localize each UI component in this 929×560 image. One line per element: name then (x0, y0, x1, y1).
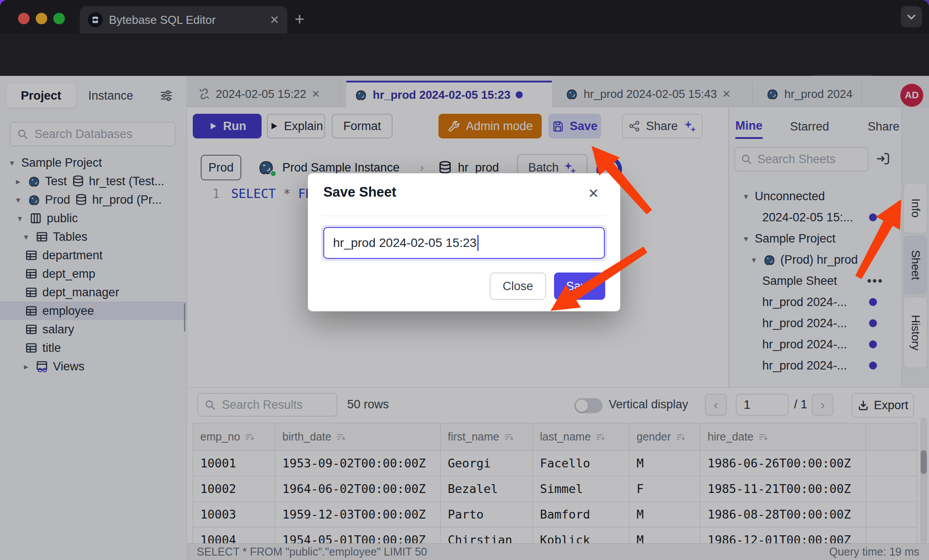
next-page-button[interactable]: › (812, 394, 834, 416)
rail-tab-sheet[interactable]: Sheet (903, 236, 927, 294)
close-tab-icon[interactable]: ✕ (311, 88, 320, 100)
caret-down-icon[interactable]: ▾ (13, 195, 23, 205)
column-header-birth_date[interactable]: birth_date (275, 423, 441, 451)
results-search-box[interactable] (197, 393, 337, 417)
sort-icon[interactable] (336, 432, 346, 442)
vertical-display-toggle[interactable] (574, 398, 603, 413)
environment-chip[interactable]: Prod (201, 155, 241, 180)
tab-project[interactable]: Project (6, 84, 76, 108)
tree-item-dept-emp[interactable]: dept_emp (0, 265, 187, 283)
run-button[interactable]: Run (193, 114, 262, 138)
import-sheet-icon[interactable] (876, 151, 891, 166)
dialog-save-button[interactable]: Save (554, 273, 605, 300)
sheet-item-sample-project[interactable]: ▾Sample Project (729, 228, 901, 249)
rail-tab-history[interactable]: History (903, 297, 927, 368)
editor-tab-3[interactable]: hr_prod 2024-02-05 15:43✕ (557, 81, 753, 107)
close-tab-icon[interactable]: ✕ (722, 88, 730, 100)
database-search-box[interactable] (10, 122, 176, 146)
sort-icon[interactable] (504, 432, 514, 442)
results-search-input[interactable] (221, 398, 330, 412)
new-tab-button[interactable]: + (295, 10, 304, 29)
table-row[interactable]: 100041954-05-01T00:00:00ZChirstianKoblic… (193, 527, 917, 544)
database-search-input[interactable] (34, 127, 169, 142)
sheet-item-hr-prod-2024-[interactable]: hr_prod 2024-... (729, 291, 901, 313)
search-icon (741, 153, 752, 165)
dialog-close-icon[interactable]: ✕ (588, 186, 599, 201)
editor-tab-1[interactable]: 2024-02-05 15:22✕ (190, 81, 341, 107)
rail-tab-info[interactable]: Info (903, 183, 927, 233)
caret-down-icon[interactable]: ▾ (7, 158, 17, 168)
tree-item-department[interactable]: department (0, 246, 187, 265)
table-row[interactable]: 100011953-09-02T00:00:00ZGeorgiFacelloM1… (193, 451, 917, 476)
sheet-item-unconnected[interactable]: ▾Unconnected (729, 186, 901, 207)
sort-icon[interactable] (244, 432, 255, 442)
tab-instance[interactable]: Instance (88, 84, 133, 108)
table-row[interactable]: 100021964-06-02T00:00:00ZBezalelSimmelF1… (193, 476, 917, 502)
filter-sliders-icon[interactable] (159, 89, 174, 102)
page-number-input[interactable] (736, 394, 789, 416)
caret-down-icon[interactable]: ▾ (749, 255, 758, 265)
tree-item-prod[interactable]: ▾Prodhr_prod (Pr... (0, 190, 187, 209)
tree-item-views[interactable]: ▸Views (0, 357, 187, 376)
tree-item-salary[interactable]: salary (0, 320, 187, 339)
share-button[interactable]: Share (622, 114, 703, 138)
tab-search-button[interactable] (901, 6, 922, 27)
avatar[interactable]: AD (900, 84, 923, 107)
caret-down-icon[interactable]: ▾ (742, 191, 750, 202)
tree-item-tables[interactable]: ▾Tables (0, 228, 187, 246)
tree-item-public[interactable]: ▾public (0, 209, 187, 228)
caret-right-icon[interactable]: ▸ (21, 362, 31, 372)
tree-item-test[interactable]: ▸Testhr_test (Test... (0, 172, 187, 190)
sheet-item-hr-prod-2024-[interactable]: hr_prod 2024-... (729, 313, 901, 334)
traffic-close-button[interactable] (18, 13, 30, 24)
line-number: 1 (187, 187, 231, 201)
save-sheet-button[interactable]: Save (548, 114, 601, 138)
table-cell: M (629, 451, 700, 476)
sort-icon[interactable] (675, 432, 686, 442)
sheet-tab-share[interactable]: Share (868, 114, 899, 139)
caret-right-icon[interactable]: ▸ (13, 176, 23, 187)
column-header-gender[interactable]: gender (629, 423, 700, 451)
tree-item-sample-project[interactable]: ▾Sample Project (0, 153, 187, 172)
table-row[interactable]: 100031959-12-03T00:00:00ZPartoBamfordM19… (193, 502, 917, 527)
tab-close-icon[interactable]: ✕ (270, 13, 279, 27)
results-panel: 50 rows Vertical display ‹ / 1 › Export … (187, 387, 929, 543)
prev-page-button[interactable]: ‹ (705, 394, 727, 416)
editor-tab-4[interactable]: hr_prod 2024-0 (758, 81, 862, 107)
sheet-item--prod-hr-prod[interactable]: ▾(Prod) hr_prod (729, 249, 901, 270)
explain-button[interactable]: Explain (267, 114, 325, 138)
column-header-last_name[interactable]: last_name (533, 423, 629, 451)
unsaved-dot (869, 340, 877, 348)
sheet-tab-starred[interactable]: Starred (790, 114, 829, 139)
editor-tab-2[interactable]: hr_prod 2024-02-05 15:23 (346, 81, 552, 107)
sheet-name-input[interactable]: hr_prod 2024-02-05 15:23 (323, 227, 605, 259)
dialog-close-button[interactable]: Close (490, 273, 546, 300)
traffic-zoom-button[interactable] (53, 13, 65, 24)
results-scrollbar[interactable] (920, 418, 927, 543)
export-button[interactable]: Export (851, 393, 914, 418)
column-header-emp_no[interactable]: emp_no (193, 423, 275, 451)
tree-item-dept-manager[interactable]: dept_manager (0, 283, 187, 302)
sort-icon[interactable] (595, 432, 606, 442)
browser-tab[interactable]: Bytebase SQL Editor ✕ (80, 6, 287, 34)
sheet-tab-mine[interactable]: Mine (735, 114, 763, 139)
sheet-search-input[interactable] (757, 152, 862, 167)
tree-item-title[interactable]: title (0, 339, 187, 357)
schema-icon (29, 212, 42, 225)
column-header-first_name[interactable]: first_name (441, 423, 533, 451)
item-menu-icon[interactable]: ••• (867, 274, 884, 288)
caret-down-icon[interactable]: ▾ (742, 234, 750, 244)
sheet-item-hr-prod-2024-[interactable]: hr_prod 2024-... (729, 334, 901, 355)
traffic-minimize-button[interactable] (36, 13, 47, 24)
sort-icon[interactable] (758, 432, 768, 442)
admin-mode-button[interactable]: Admin mode (438, 114, 542, 138)
format-button[interactable]: Format (332, 114, 393, 138)
sheet-item-2024-02-05-15-[interactable]: 2024-02-05 15:... (729, 207, 901, 228)
caret-down-icon[interactable]: ▾ (15, 213, 25, 224)
sheet-item-hr-prod-2024-[interactable]: hr_prod 2024-... (729, 355, 901, 376)
tree-item-employee[interactable]: employee (0, 302, 187, 320)
caret-down-icon[interactable]: ▾ (21, 232, 31, 242)
column-header-hire_date[interactable]: hire_date (700, 423, 866, 451)
sheet-item-sample-sheet[interactable]: Sample Sheet••• (729, 270, 901, 291)
sheet-search-box[interactable] (734, 147, 869, 172)
